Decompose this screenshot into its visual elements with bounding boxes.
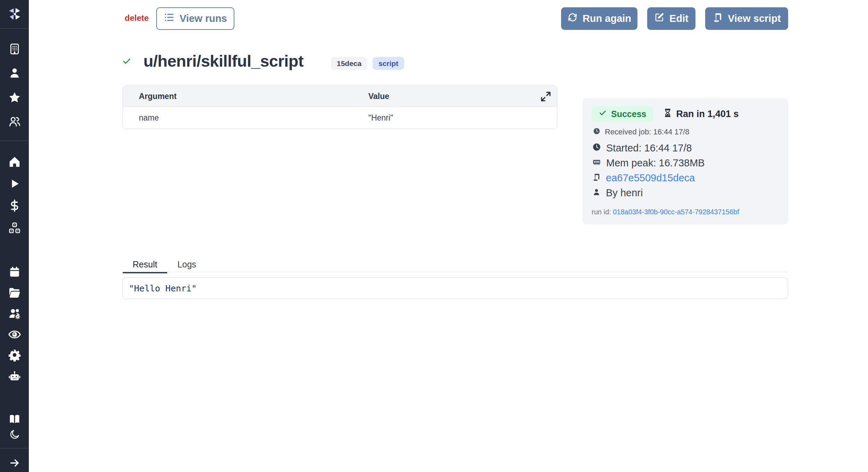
triggered-by-row: By henri — [592, 185, 778, 200]
run-duration-label: Ran in 1,401 s — [676, 109, 738, 119]
column-header-value: Value — [368, 92, 557, 101]
windmill-logo-icon[interactable] — [7, 6, 22, 22]
edit-pencil-icon — [654, 12, 665, 25]
arguments-table-header: Argument Value — [123, 86, 557, 107]
received-job-label: Received job: 16:44 17/8 — [605, 127, 689, 136]
audit-eye-icon[interactable] — [8, 328, 21, 341]
groups-users-gear-icon[interactable] — [8, 307, 21, 320]
scroll-icon — [712, 12, 723, 25]
column-header-argument: Argument — [123, 92, 368, 101]
runs-play-icon[interactable] — [8, 177, 21, 190]
argument-value-cell: "Henri" — [368, 113, 557, 123]
script-hash-link[interactable]: ea67e5509d15deca — [606, 172, 695, 184]
sidebar-divider — [0, 448, 29, 448]
result-tabs: Result Logs — [123, 256, 788, 272]
run-again-label: Run again — [583, 13, 631, 24]
sidebar-divider — [0, 141, 29, 141]
argument-name-cell: name — [123, 113, 368, 123]
version-badge: 15deca — [331, 57, 367, 70]
received-job-row: Received job: 16:44 17/8 — [592, 126, 778, 138]
table-row: name "Henri" — [123, 107, 557, 129]
run-again-button[interactable]: Run again — [561, 7, 637, 30]
settings-gear-icon[interactable] — [8, 348, 21, 362]
run-info-panel: Success Ran in 1,401 s — [583, 98, 788, 224]
list-icon — [164, 12, 175, 25]
check-icon — [599, 109, 607, 119]
tab-result[interactable]: Result — [123, 256, 167, 272]
run-id-label: run id: — [592, 208, 611, 216]
expand-table-icon[interactable] — [540, 90, 552, 103]
script-hash-row: ea67e5509d15deca — [592, 171, 778, 185]
started-label: Started: 16:44 17/8 — [606, 142, 692, 154]
view-runs-button[interactable]: View runs — [156, 7, 234, 30]
success-check-icon — [122, 56, 132, 67]
variables-dollar-icon[interactable] — [8, 199, 21, 212]
view-script-button[interactable]: View script — [705, 7, 788, 30]
dark-mode-moon-icon[interactable] — [9, 429, 20, 440]
type-badge: script — [373, 57, 404, 70]
clock-icon — [592, 142, 601, 154]
workers-robot-icon[interactable] — [8, 370, 21, 383]
workspace-building-icon[interactable] — [8, 43, 21, 56]
resources-cubes-icon[interactable] — [8, 222, 21, 235]
delete-button[interactable]: delete — [125, 13, 149, 23]
result-output-box: "Hello Henri" — [123, 278, 788, 299]
run-id-row: run id: 018a03f4-3f0b-90cc-a574-79284371… — [592, 208, 778, 216]
run-id-link[interactable]: 018a03f4-3f0b-90cc-a574-7928437156bf — [613, 208, 739, 216]
sidebar — [0, 0, 29, 472]
star-icon[interactable] — [8, 91, 21, 104]
tab-logs[interactable]: Logs — [169, 256, 204, 272]
started-row: Started: 16:44 17/8 — [592, 141, 778, 156]
sidebar-divider — [0, 28, 29, 28]
edit-label: Edit — [669, 13, 688, 24]
view-runs-label: View runs — [180, 13, 227, 24]
home-icon[interactable] — [8, 155, 21, 168]
clock-icon — [593, 127, 600, 137]
edit-button[interactable]: Edit — [647, 7, 695, 30]
hourglass-icon — [663, 108, 673, 120]
users-icon[interactable] — [8, 115, 21, 128]
scroll-icon — [592, 172, 601, 184]
expand-sidebar-arrow-icon[interactable] — [9, 457, 20, 469]
result-value: "Hello Henri" — [129, 283, 197, 293]
user-icon — [592, 187, 601, 199]
docs-book-icon[interactable] — [8, 413, 21, 425]
arguments-table: Argument Value name "Henri" — [123, 85, 557, 129]
refresh-icon — [567, 12, 578, 25]
status-label: Success — [611, 109, 646, 119]
mem-peak-label: Mem peak: 16.738MB — [606, 157, 705, 169]
status-badge: Success — [592, 106, 653, 122]
user-icon[interactable] — [8, 67, 21, 80]
folders-icon[interactable] — [8, 287, 21, 299]
memory-chip-icon — [592, 157, 601, 169]
schedules-calendar-icon[interactable] — [8, 266, 21, 278]
mem-peak-row: Mem peak: 16.738MB — [592, 156, 778, 171]
triggered-by-label: By henri — [606, 187, 643, 199]
run-duration: Ran in 1,401 s — [663, 108, 738, 120]
script-run-page: delete View runs Run again — [0, 0, 868, 472]
view-script-label: View script — [728, 13, 781, 24]
page-title: u/henri/skillful_script — [143, 51, 303, 71]
